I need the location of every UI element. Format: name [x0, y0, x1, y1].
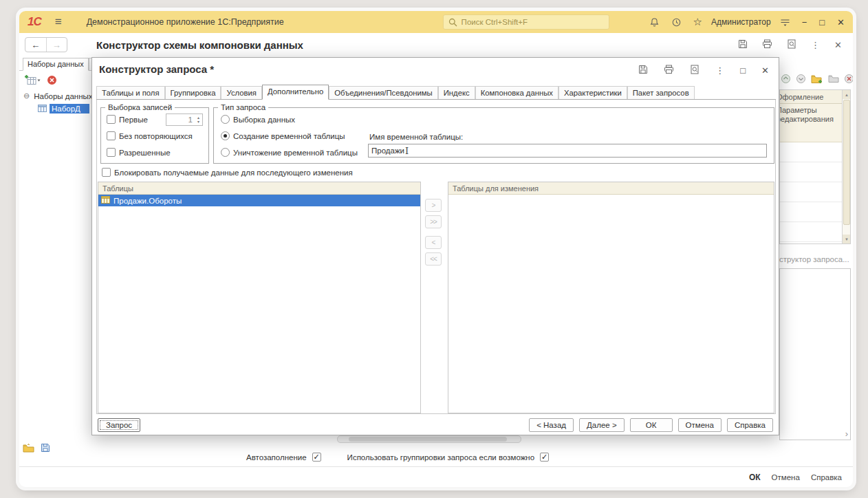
collapse-icon[interactable]: ⊖	[23, 91, 30, 100]
spin-down-icon[interactable]: ▾	[197, 120, 199, 124]
minimize-icon[interactable]: −	[802, 17, 807, 28]
allowed-label: Разрешенные	[119, 149, 171, 157]
add-folder-icon[interactable]	[811, 74, 823, 85]
back-button[interactable]: < Назад	[529, 418, 574, 432]
history-clock-icon[interactable]	[671, 17, 682, 28]
temp-table-name-value: Продажи	[371, 147, 404, 155]
save-icon[interactable]	[738, 39, 748, 50]
hscroll-thumb[interactable]	[349, 437, 507, 442]
query-builder-link[interactable]: структор запроса...	[779, 255, 851, 263]
tab-additional[interactable]: Дополнительно	[262, 85, 329, 100]
tab-data-composition[interactable]: Компоновка данных	[475, 86, 558, 99]
lock-data-checkbox[interactable]	[102, 168, 111, 177]
expand-icon[interactable]: ›	[845, 429, 848, 439]
notifications-bell-icon[interactable]	[649, 17, 660, 28]
tables-panel: Таблицы Продажи.Обороты	[98, 182, 421, 413]
save-file-icon[interactable]	[41, 443, 50, 454]
hamburger-menu-icon[interactable]: ≡	[55, 15, 62, 29]
first-count-spinner[interactable]: 1 ▴ ▾	[166, 113, 203, 126]
moveup-circle-icon[interactable]	[781, 74, 791, 85]
remove-circle-icon[interactable]	[844, 74, 853, 85]
help-button[interactable]: Справка	[727, 418, 773, 432]
spinner-arrows[interactable]: ▴ ▾	[195, 116, 202, 124]
back-icon[interactable]: ←	[25, 38, 46, 52]
app-title: Демонстрационное приложение 1С:Предприят…	[87, 17, 284, 27]
tab-index[interactable]: Индекс	[438, 86, 475, 99]
dialog-preview-icon[interactable]	[690, 65, 699, 76]
close-form-icon[interactable]: ✕	[834, 40, 842, 50]
dialog-close-icon[interactable]: ✕	[761, 65, 769, 76]
dialog-maximize-icon[interactable]: □	[740, 65, 746, 76]
folder-icon[interactable]	[828, 74, 839, 85]
delete-dataset-icon[interactable]	[47, 75, 57, 87]
no-duplicates-checkbox[interactable]	[107, 131, 116, 140]
ok-button[interactable]: ОК	[630, 418, 673, 432]
drop-temp-table-radio[interactable]	[221, 148, 230, 157]
query-button[interactable]: Запрос	[98, 418, 140, 432]
close-window-icon[interactable]: ✕	[837, 17, 845, 28]
tab-characteristics[interactable]: Характеристики	[558, 86, 627, 99]
dialog-save-icon[interactable]	[638, 65, 648, 76]
favorites-star-icon[interactable]: ☆	[693, 16, 702, 28]
move-left-button[interactable]: <	[425, 236, 442, 249]
dialog-more-icon[interactable]: ⋮	[715, 65, 724, 76]
spin-up-icon[interactable]: ▴	[197, 116, 199, 120]
next-button[interactable]: Далее >	[579, 418, 625, 432]
tab-unions-aliases[interactable]: Объединения/Псевдонимы	[329, 86, 437, 99]
appearance-scrollbar[interactable]: ▲ ▼	[842, 90, 851, 243]
footer-cancel-button[interactable]: Отмена	[772, 473, 800, 481]
table-grid-icon	[101, 196, 110, 205]
tree-root-row[interactable]: ⊖ Наборы данных	[23, 91, 93, 100]
dialog-print-icon[interactable]	[664, 65, 674, 76]
tree-item-row[interactable]: НаборД	[38, 104, 89, 113]
global-search-input[interactable]: Поиск Ctrl+Shift+F	[443, 14, 609, 30]
scroll-thumb[interactable]	[843, 100, 850, 225]
maximize-icon[interactable]: □	[819, 17, 825, 28]
tables-list-item[interactable]: Продажи.Обороты	[98, 195, 420, 206]
appearance-first-cell[interactable]: Параметры редактирования	[780, 104, 842, 142]
tables-list-item-label: Продажи.Обороты	[113, 197, 182, 205]
cancel-button[interactable]: Отмена	[678, 418, 721, 432]
horizontal-scrollbar[interactable]	[337, 435, 521, 443]
move-all-right-button[interactable]: >>	[425, 215, 442, 228]
open-folder-icon[interactable]	[23, 444, 34, 454]
text-cursor-icon: I	[405, 146, 409, 156]
create-temp-table-label: Создание временной таблицы	[233, 132, 345, 140]
temp-table-name-input[interactable]: Продажи I	[368, 144, 767, 158]
move-all-left-button[interactable]: <<	[425, 252, 442, 266]
tab-datasets[interactable]: Наборы данных	[23, 58, 89, 71]
create-temp-table-radio[interactable]	[221, 131, 230, 140]
select-data-row: Выборка данных	[221, 115, 295, 124]
query-text-box[interactable]: ›	[779, 268, 851, 440]
tab-grouping[interactable]: Группировка	[165, 86, 221, 99]
appearance-column-header[interactable]: Оформление	[780, 90, 842, 104]
scroll-down-icon[interactable]: ▼	[843, 235, 851, 243]
footer-help-button[interactable]: Справка	[811, 473, 842, 481]
bottom-left-icons	[23, 443, 50, 454]
use-query-groups-checkbox[interactable]: ✓	[540, 453, 549, 462]
footer-ok-button[interactable]: ОК	[749, 473, 761, 482]
allowed-checkbox[interactable]	[107, 148, 116, 157]
tab-conditions[interactable]: Условия	[221, 86, 262, 99]
first-checkbox[interactable]	[107, 115, 116, 124]
tables-panel-header: Таблицы	[98, 182, 420, 195]
appearance-table: Оформление Параметры редактирования ▲ ▼	[779, 89, 851, 244]
more-actions-icon[interactable]: ⋮	[811, 40, 820, 50]
user-name[interactable]: Администратор	[711, 17, 771, 27]
scroll-up-icon[interactable]: ▲	[843, 90, 851, 99]
movedown-circle-icon[interactable]	[796, 74, 806, 85]
tab-tables-fields[interactable]: Таблицы и поля	[96, 86, 165, 99]
forward-icon[interactable]: →	[46, 38, 67, 52]
print-preview-icon[interactable]	[787, 39, 796, 50]
print-icon[interactable]	[762, 39, 772, 50]
dialog-tab-strip: Таблицы и поля Группировка Условия Допол…	[96, 85, 776, 100]
query-type-group: Тип запроса Выборка данных Создание врем…	[213, 107, 774, 164]
no-duplicates-label: Без повторяющихся	[119, 132, 193, 140]
move-right-button[interactable]: >	[425, 199, 442, 212]
tab-query-batch[interactable]: Пакет запросов	[627, 86, 695, 99]
query-type-legend: Тип запроса	[218, 103, 268, 111]
select-data-radio[interactable]	[221, 115, 230, 124]
autofill-checkbox[interactable]: ✓	[312, 453, 321, 462]
service-menu-icon[interactable]	[780, 17, 790, 27]
add-dataset-icon[interactable]	[24, 74, 41, 87]
